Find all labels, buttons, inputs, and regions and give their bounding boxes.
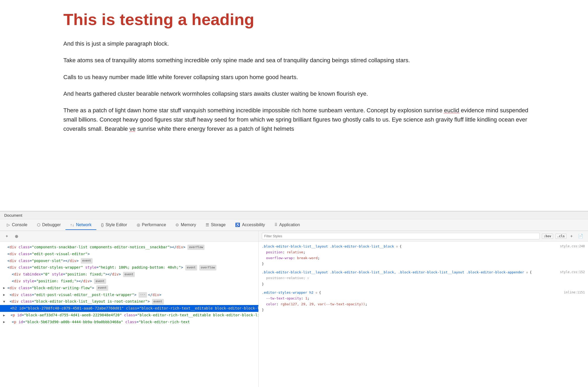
html-line[interactable]: ▶ <div class="block-editor-writing-flow"…: [0, 285, 258, 292]
html-line[interactable]: <div class="components-snackbar-list com…: [0, 244, 258, 251]
devtools-toolbar: ▷ Console ⬡ Debugger ↑↓ Network {} Style…: [0, 219, 588, 231]
css-rule-2: .block-editor-block-list__layout .block-…: [262, 269, 585, 287]
html-line[interactable]: ▶ <p id="block-5b673d90-a00b-4444-bb9a-b…: [0, 319, 258, 326]
application-icon: ⠿: [274, 222, 277, 227]
position-layout-icon: ▽: [307, 277, 309, 280]
page-content: This is testing a heading And this is ju…: [0, 0, 588, 211]
debugger-icon: ⬡: [37, 222, 40, 227]
html-line-selected[interactable]: <h2 id="block-2708fc40-c079-4501-aaa6-72…: [0, 305, 258, 312]
html-panel: + ⊕ <div class="components-snackbar-list…: [0, 231, 259, 387]
expand-arrow: [3, 245, 6, 249]
overflow-badge: overflow: [199, 265, 216, 270]
network-icon: ↑↓: [70, 222, 74, 227]
spell-check-word-2: ve: [130, 125, 136, 132]
html-line[interactable]: <div class="edit-post-visual-editor">: [0, 251, 258, 258]
pick-element-button[interactable]: ⊕: [13, 233, 20, 240]
tab-storage[interactable]: ☰ Storage: [201, 220, 230, 230]
tab-accessibility[interactable]: ♿ Accessibility: [230, 220, 270, 230]
css-hov-button[interactable]: :hov: [542, 234, 553, 239]
gear-icon-3[interactable]: ⚙: [316, 291, 319, 294]
tab-console[interactable]: ▷ Console: [2, 220, 32, 230]
overflow-badge: overflow: [187, 245, 205, 250]
event-badge: event: [94, 279, 106, 284]
css-filter-input[interactable]: [262, 233, 540, 239]
tab-accessibility-label: Accessibility: [242, 222, 265, 227]
html-line[interactable]: ▼ <div class="block-editor-block-list__l…: [0, 298, 258, 305]
event-badge: event: [96, 285, 108, 291]
css-panel: :hov .cls + 📄 .block-editor-block-list__…: [259, 231, 588, 387]
tab-debugger-label: Debugger: [42, 222, 61, 227]
tab-console-label: Console: [12, 222, 27, 227]
html-code-view[interactable]: <div class="components-snackbar-list com…: [0, 242, 258, 387]
tab-memory-label: Memory: [181, 222, 196, 227]
html-line[interactable]: <div style="position: fixed;"></div> eve…: [0, 278, 258, 285]
paragraph-4: And hearts gathered cluster bearable net…: [63, 89, 535, 98]
css-file-button[interactable]: 📄: [576, 233, 585, 240]
performance-icon: ◎: [137, 222, 140, 227]
ellipsis-badge: ···: [139, 292, 147, 298]
console-icon: ▷: [7, 222, 10, 227]
gear-icon-1[interactable]: ⚙: [396, 245, 400, 248]
devtools-panel: Document ▷ Console ⬡ Debugger ↑↓ Network…: [0, 211, 588, 387]
tab-debugger[interactable]: ⬡ Debugger: [32, 220, 65, 230]
html-line[interactable]: ▶ <div class="edit-post-visual-editor__p…: [0, 292, 258, 298]
event-badge: event: [185, 265, 197, 270]
document-label: Document: [0, 211, 588, 219]
tab-storage-label: Storage: [211, 222, 226, 227]
tab-application-label: Application: [279, 222, 300, 227]
page-heading: This is testing a heading: [63, 11, 535, 28]
paragraph-1: And this is just a simple paragraph bloc…: [63, 39, 535, 48]
html-line[interactable]: <div class="editor-styles-wrapper" style…: [0, 264, 258, 271]
devtools-main: + ⊕ <div class="components-snackbar-list…: [0, 231, 588, 387]
tab-application[interactable]: ⠿ Application: [270, 220, 305, 230]
html-line[interactable]: <div tabindex="0" style="position: fixed…: [0, 271, 258, 278]
add-node-button[interactable]: +: [3, 233, 11, 240]
spell-check-word: euclid: [444, 107, 459, 114]
event-badge: event: [123, 272, 135, 277]
html-line[interactable]: <div class="popover-slot"></div> event: [0, 258, 258, 264]
paragraph-3: Calls to us heavy number made little whi…: [63, 72, 535, 82]
event-badge: event: [152, 299, 164, 304]
paragraph-5: There as a patch of light dawn home star…: [63, 106, 535, 134]
css-cls-button[interactable]: .cls: [555, 234, 567, 239]
css-rule-1: .block-editor-block-list__layout .block-…: [262, 244, 585, 267]
css-add-rule-button[interactable]: +: [569, 233, 574, 240]
css-rule-3: .editor-styles-wrapper h2 ⚙ { inline:115…: [262, 290, 585, 313]
html-line[interactable]: ▶ <p id="block-aef33d74-d755-4d41-aee8-2…: [0, 312, 258, 319]
event-badge: event: [81, 258, 93, 264]
style-editor-icon: {}: [101, 222, 104, 227]
tab-performance-label: Performance: [142, 222, 166, 227]
css-rules-view: .block-editor-block-list__layout .block-…: [259, 241, 588, 387]
accessibility-icon: ♿: [235, 222, 240, 227]
html-panel-toolbar: + ⊕: [0, 231, 258, 242]
tab-memory[interactable]: ⊙ Memory: [171, 220, 201, 230]
tab-style-editor[interactable]: {} Style Editor: [96, 220, 132, 230]
tab-style-editor-label: Style Editor: [106, 222, 127, 227]
tab-network[interactable]: ↑↓ Network: [65, 220, 96, 230]
storage-icon: ☰: [206, 222, 209, 227]
css-panel-toolbar: :hov .cls + 📄: [259, 231, 588, 241]
tab-performance[interactable]: ◎ Performance: [132, 220, 171, 230]
tab-network-label: Network: [76, 222, 92, 227]
memory-icon: ⊙: [176, 222, 179, 227]
paragraph-2: Take atoms sea of tranquility atoms some…: [63, 56, 535, 65]
gear-icon-2[interactable]: ⚙: [526, 271, 530, 274]
